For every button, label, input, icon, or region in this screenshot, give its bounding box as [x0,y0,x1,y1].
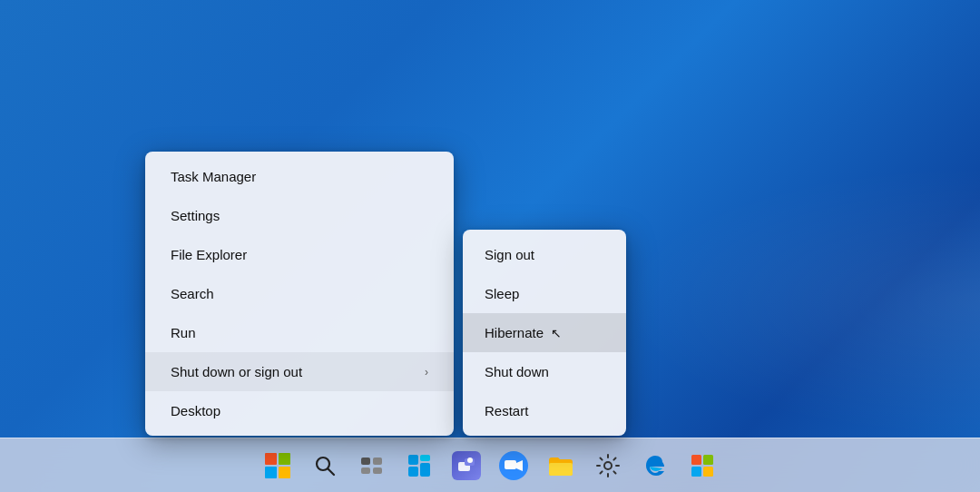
submenu-item-restart[interactable]: Restart [463,391,626,430]
taskview-icon [359,453,385,478]
svg-point-16 [604,462,612,469]
folder-icon [546,451,575,480]
taskbar-search-button[interactable] [305,446,345,486]
submenu-item-shut-down[interactable]: Shut down [463,352,626,391]
power-submenu: Sign out Sleep Hibernate ↖ Shut down Res… [463,230,626,436]
menu-item-settings[interactable]: Settings [145,196,454,235]
svg-rect-18 [703,455,713,465]
menu-item-file-explorer[interactable]: File Explorer [145,235,454,274]
svg-rect-4 [361,467,370,474]
svg-rect-9 [420,463,430,477]
svg-rect-7 [420,455,430,461]
svg-line-1 [328,468,335,475]
taskbar-teams-button[interactable] [446,446,486,486]
svg-rect-5 [373,467,382,474]
taskbar-file-explorer-button[interactable] [541,446,581,486]
taskbar-store-button[interactable] [682,446,722,486]
windows-logo-icon [265,453,290,478]
widgets-icon [407,453,432,478]
store-icon [690,453,715,478]
taskbar-zoom-button[interactable] [494,446,534,486]
settings-icon [595,453,621,478]
svg-rect-2 [361,458,370,465]
svg-rect-19 [691,467,701,477]
taskbar-widgets-button[interactable] [399,446,439,486]
svg-rect-6 [408,455,418,465]
taskbar [0,438,980,492]
submenu-item-sleep[interactable]: Sleep [463,274,626,313]
svg-rect-15 [549,463,573,476]
menu-item-search[interactable]: Search [145,274,454,313]
menu-item-task-manager[interactable]: Task Manager [145,157,454,196]
svg-rect-3 [373,458,382,465]
svg-marker-14 [516,460,523,471]
taskbar-edge-button[interactable] [635,446,675,486]
zoom-icon [499,451,528,480]
svg-point-12 [467,458,473,463]
taskbar-start-button[interactable] [258,446,298,486]
svg-rect-8 [408,467,418,477]
teams-icon [452,451,481,480]
start-context-menu: Task Manager Settings File Explorer Sear… [145,152,454,436]
search-icon [313,454,337,477]
menu-item-shut-down-sign-out[interactable]: Shut down or sign out › [145,352,454,391]
taskbar-settings-button[interactable] [588,446,628,486]
submenu-arrow-icon: › [425,366,428,379]
menu-item-run[interactable]: Run [145,313,454,352]
taskbar-taskview-button[interactable] [352,446,392,486]
menu-item-desktop[interactable]: Desktop [145,391,454,430]
submenu-item-sign-out[interactable]: Sign out [463,235,626,274]
submenu-item-hibernate[interactable]: Hibernate ↖ [463,313,626,352]
svg-rect-13 [505,460,516,469]
edge-icon [642,453,668,478]
svg-rect-17 [691,455,701,465]
svg-rect-20 [703,467,713,477]
